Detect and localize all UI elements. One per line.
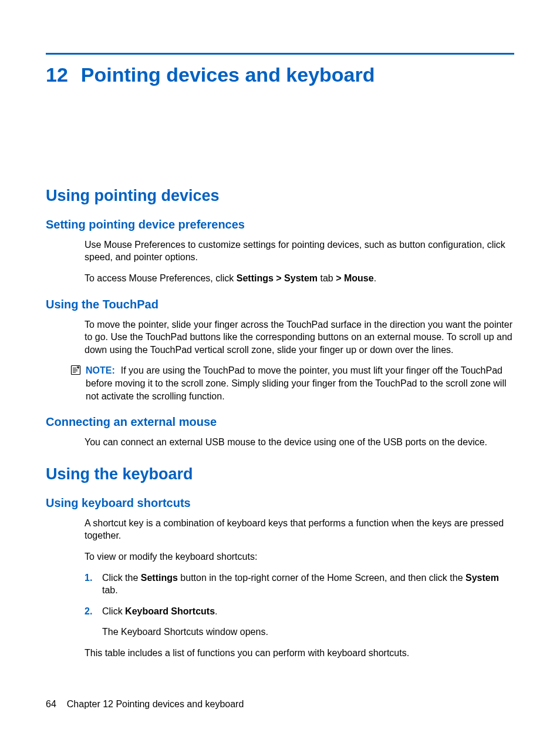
chapter-title-text: Pointing devices and keyboard — [81, 63, 375, 86]
ordered-steps: 1. Click the Settings button in the top-… — [85, 572, 514, 618]
note-block: NOTE:If you are using the TouchPad to mo… — [70, 364, 514, 402]
footer-label: Chapter 12 Pointing devices and keyboard — [67, 699, 244, 709]
paragraph: To move the pointer, slide your finger a… — [85, 318, 514, 357]
step-body: Click the Settings button in the top-rig… — [102, 572, 514, 597]
step-number: 2. — [85, 605, 102, 618]
paragraph: Use Mouse Preferences to customize setti… — [85, 238, 514, 264]
bold-text: Settings — [141, 573, 178, 583]
text-run: button in the top-right corner of the Ho… — [178, 573, 465, 583]
section-using-keyboard: Using the keyboard — [46, 465, 514, 483]
section-using-pointing-devices: Using pointing devices — [46, 187, 514, 205]
bold-text: > Mouse — [336, 273, 373, 283]
subsection-keyboard-shortcuts: Using keyboard shortcuts — [46, 496, 514, 510]
bold-text: Settings > System — [237, 273, 318, 283]
document-page: 12Pointing devices and keyboard Using po… — [0, 0, 560, 746]
chapter-rule — [46, 53, 514, 55]
text-run: tab — [318, 273, 336, 283]
page-footer: 64Chapter 12 Pointing devices and keyboa… — [46, 699, 244, 710]
note-text: NOTE:If you are using the TouchPad to mo… — [86, 364, 514, 402]
subsection-setting-prefs: Setting pointing device preferences — [46, 218, 514, 231]
text-run: Click the — [102, 573, 141, 583]
text-run: . — [374, 273, 376, 283]
paragraph: A shortcut key is a combination of keybo… — [85, 517, 514, 542]
subsection-external-mouse: Connecting an external mouse — [46, 415, 514, 429]
text-run: tab. — [102, 585, 118, 595]
text-run: . — [215, 606, 217, 616]
chapter-number: 12 — [46, 63, 68, 87]
step-number: 1. — [85, 572, 102, 584]
bold-text: Keyboard Shortcuts — [125, 606, 215, 616]
step-body: Click Keyboard Shortcuts. — [102, 605, 514, 618]
paragraph: You can connect an external USB mouse to… — [85, 436, 514, 449]
list-item: 1. Click the Settings button in the top-… — [85, 572, 514, 597]
note-icon — [70, 365, 83, 378]
list-item: 2. Click Keyboard Shortcuts. — [85, 605, 514, 618]
paragraph: This table includes a list of functions … — [85, 647, 514, 660]
chapter-title: 12Pointing devices and keyboard — [46, 63, 514, 87]
note-label: NOTE: — [86, 365, 115, 375]
subsection-using-touchpad: Using the TouchPad — [46, 298, 514, 311]
text-run: To access Mouse Preferences, click — [85, 273, 237, 283]
text-run: Click — [102, 606, 125, 616]
page-number: 64 — [46, 699, 56, 709]
note-body: If you are using the TouchPad to move th… — [86, 365, 507, 401]
step-subtext: The Keyboard Shortcuts window opens. — [102, 626, 514, 639]
paragraph: To view or modify the keyboard shortcuts… — [85, 550, 514, 563]
paragraph: To access Mouse Preferences, click Setti… — [85, 272, 514, 285]
bold-text: System — [465, 573, 499, 583]
